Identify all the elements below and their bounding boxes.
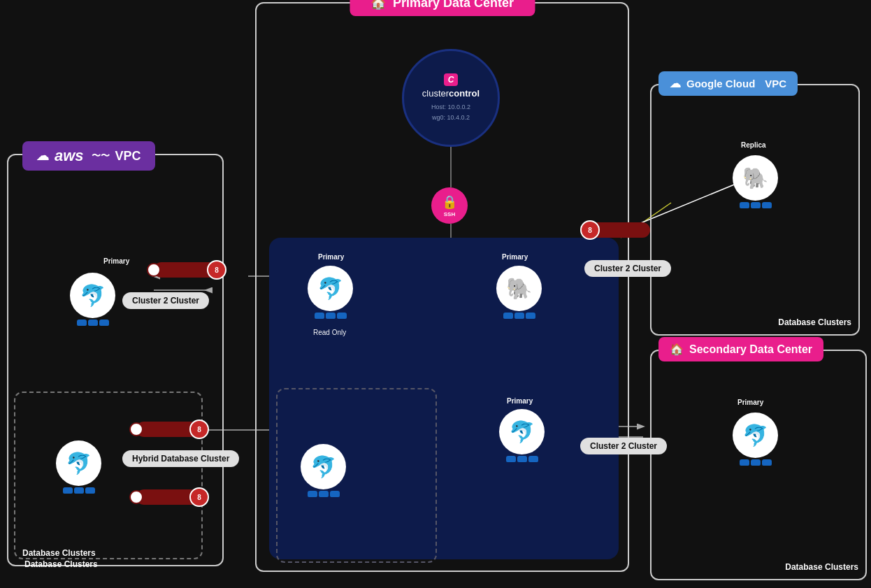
aws-proxy-icon-bot1: 8 [189, 420, 209, 439]
gcp-pg-node: 🐘 [733, 155, 778, 208]
aws-proxy-dot-top [147, 263, 161, 277]
bottom-right-cluster2-label: Cluster 2 Cluster [580, 438, 667, 454]
aws-proxy-top: 8 [154, 262, 217, 278]
center-mysql-node: 🐬 [308, 266, 353, 319]
gcp-replica-label: Replica [741, 141, 766, 149]
cc-wg: wg0: 10.4.0.2 [431, 113, 470, 122]
aws-label: aws [55, 147, 84, 165]
aws-proxy-dot-bot1 [129, 422, 143, 436]
aws-proxy-bottom2: 8 [136, 489, 199, 505]
aws-dashed-inner [14, 392, 203, 559]
aws-proxy-bottom: 8 [136, 422, 199, 437]
right-proxy: 8 [587, 222, 650, 238]
aws-vpc-label: VPC [115, 149, 141, 164]
center-mysql-bottom: 🐬 [301, 444, 346, 497]
hybrid-cluster-label: Hybrid Database Cluster [122, 450, 239, 467]
center-pg-primary-label: Primary [502, 253, 528, 261]
cloud-icon: ☁ [36, 148, 49, 164]
gcp-db-clusters-label: Database Clusters [778, 317, 851, 327]
secondary-primary-label: Primary [737, 399, 763, 406]
right-cluster2-label: Cluster 2 Cluster [584, 260, 671, 277]
primary-dc-title: Primary Data Center [393, 0, 514, 10]
bottom-center-primary-label: Primary [507, 397, 533, 405]
aws-mysql-top: 🐬 [70, 273, 115, 326]
gcp-label: Google Cloud [686, 78, 755, 89]
aws-mysql-bottom: 🐬 [56, 440, 101, 494]
gcp-vpc-box: ☁ Google Cloud VPC Database Clusters [650, 84, 860, 336]
ssh-bubble: 🔒 SSH [431, 187, 468, 224]
center-primary-label: Primary [318, 253, 344, 261]
home-icon: 🏠 [370, 0, 386, 10]
aws-bottom-db-label: Database Clusters [24, 559, 98, 569]
secondary-dc-header: 🏠 Secondary Data Center [658, 337, 823, 361]
ssh-label: SSH [444, 211, 455, 217]
aws-proxy-dot-bot2 [129, 490, 143, 504]
aws-primary-label: Primary [103, 257, 129, 265]
aws-vpc-header: ☁ aws 〜〜 VPC [22, 141, 155, 171]
right-proxy-icon: 8 [580, 220, 600, 240]
secondary-dc-title: Secondary Data Center [689, 343, 812, 356]
aws-wave: 〜〜 [92, 150, 110, 162]
secondary-db-clusters-label: Database Clusters [785, 562, 858, 572]
cluster-control-node: C clustercontrol Host: 10.0.0.2 wg0: 10.… [402, 49, 500, 147]
aws-cluster2-label: Cluster 2 Cluster [122, 292, 209, 309]
gcp-vpc-label: VPC [765, 78, 786, 89]
secondary-mysql-node: 🐬 [733, 413, 778, 466]
cc-brand-text: clustercontrol [422, 88, 480, 99]
gcp-vpc-header: ☁ Google Cloud VPC [658, 71, 798, 96]
cc-logo-badge: C [444, 73, 459, 86]
center-pg-node: 🐘 [496, 266, 542, 319]
lock-icon: 🔒 [442, 194, 457, 210]
read-only-label: Read Only [313, 329, 346, 336]
diagram-container: 🏠 Primary Data Center ☁ aws 〜〜 VPC Datab… [0, 0, 871, 588]
aws-proxy-icon-top: 8 [207, 260, 226, 280]
secondary-home-icon: 🏠 [670, 343, 684, 356]
cc-host: Host: 10.0.0.2 [431, 102, 470, 112]
bottom-center-mysql: 🐬 [499, 409, 545, 462]
gcp-cloud-icon: ☁ [670, 77, 681, 90]
cc-host-info: Host: 10.0.0.2 wg0: 10.4.0.2 [431, 102, 470, 122]
primary-dc-header: 🏠 Primary Data Center [350, 0, 535, 16]
aws-proxy-icon-bot2: 8 [189, 487, 209, 507]
